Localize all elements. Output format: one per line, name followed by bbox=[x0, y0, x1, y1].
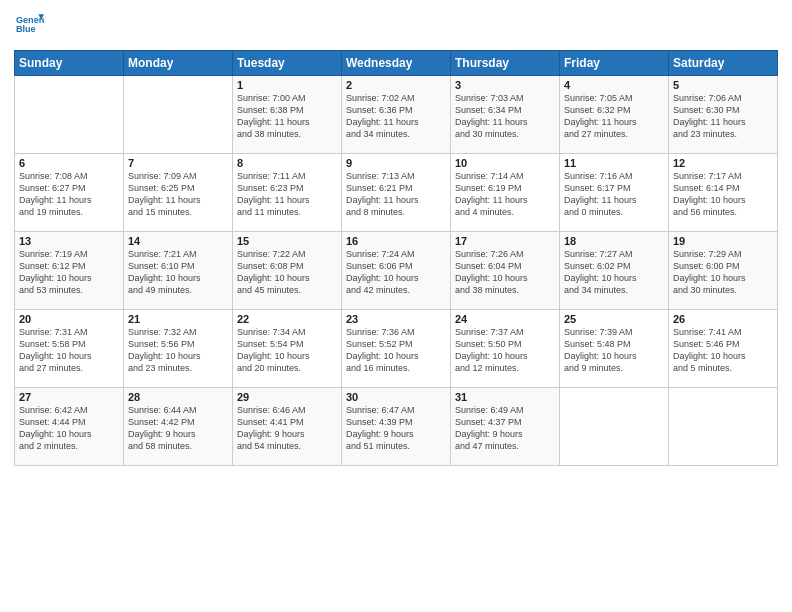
day-details: Sunrise: 7:32 AM Sunset: 5:56 PM Dayligh… bbox=[128, 326, 228, 375]
day-details: Sunrise: 6:47 AM Sunset: 4:39 PM Dayligh… bbox=[346, 404, 446, 453]
page-container: General Blue SundayMondayTuesdayWednesda… bbox=[0, 0, 792, 474]
calendar-body: 1Sunrise: 7:00 AM Sunset: 6:38 PM Daylig… bbox=[15, 76, 778, 466]
day-number: 12 bbox=[673, 157, 773, 169]
calendar-cell: 13Sunrise: 7:19 AM Sunset: 6:12 PM Dayli… bbox=[15, 232, 124, 310]
calendar-header: SundayMondayTuesdayWednesdayThursdayFrid… bbox=[15, 51, 778, 76]
calendar-cell: 23Sunrise: 7:36 AM Sunset: 5:52 PM Dayli… bbox=[342, 310, 451, 388]
day-number: 29 bbox=[237, 391, 337, 403]
day-details: Sunrise: 7:19 AM Sunset: 6:12 PM Dayligh… bbox=[19, 248, 119, 297]
day-number: 17 bbox=[455, 235, 555, 247]
calendar-week-row: 13Sunrise: 7:19 AM Sunset: 6:12 PM Dayli… bbox=[15, 232, 778, 310]
day-details: Sunrise: 7:05 AM Sunset: 6:32 PM Dayligh… bbox=[564, 92, 664, 141]
calendar-week-row: 1Sunrise: 7:00 AM Sunset: 6:38 PM Daylig… bbox=[15, 76, 778, 154]
day-number: 5 bbox=[673, 79, 773, 91]
calendar-cell: 6Sunrise: 7:08 AM Sunset: 6:27 PM Daylig… bbox=[15, 154, 124, 232]
calendar-cell: 26Sunrise: 7:41 AM Sunset: 5:46 PM Dayli… bbox=[669, 310, 778, 388]
calendar-cell bbox=[15, 76, 124, 154]
weekday-header: Thursday bbox=[451, 51, 560, 76]
day-number: 4 bbox=[564, 79, 664, 91]
calendar-cell: 21Sunrise: 7:32 AM Sunset: 5:56 PM Dayli… bbox=[124, 310, 233, 388]
day-number: 13 bbox=[19, 235, 119, 247]
day-details: Sunrise: 7:11 AM Sunset: 6:23 PM Dayligh… bbox=[237, 170, 337, 219]
calendar-cell: 15Sunrise: 7:22 AM Sunset: 6:08 PM Dayli… bbox=[233, 232, 342, 310]
calendar-cell bbox=[560, 388, 669, 466]
day-details: Sunrise: 7:29 AM Sunset: 6:00 PM Dayligh… bbox=[673, 248, 773, 297]
day-number: 22 bbox=[237, 313, 337, 325]
day-details: Sunrise: 7:00 AM Sunset: 6:38 PM Dayligh… bbox=[237, 92, 337, 141]
calendar-week-row: 20Sunrise: 7:31 AM Sunset: 5:58 PM Dayli… bbox=[15, 310, 778, 388]
header-row: SundayMondayTuesdayWednesdayThursdayFrid… bbox=[15, 51, 778, 76]
day-number: 27 bbox=[19, 391, 119, 403]
calendar-cell: 18Sunrise: 7:27 AM Sunset: 6:02 PM Dayli… bbox=[560, 232, 669, 310]
day-number: 1 bbox=[237, 79, 337, 91]
calendar-cell: 16Sunrise: 7:24 AM Sunset: 6:06 PM Dayli… bbox=[342, 232, 451, 310]
day-number: 18 bbox=[564, 235, 664, 247]
day-number: 28 bbox=[128, 391, 228, 403]
day-details: Sunrise: 7:13 AM Sunset: 6:21 PM Dayligh… bbox=[346, 170, 446, 219]
weekday-header: Saturday bbox=[669, 51, 778, 76]
calendar-cell: 4Sunrise: 7:05 AM Sunset: 6:32 PM Daylig… bbox=[560, 76, 669, 154]
day-details: Sunrise: 6:49 AM Sunset: 4:37 PM Dayligh… bbox=[455, 404, 555, 453]
svg-text:Blue: Blue bbox=[16, 24, 36, 34]
calendar-cell: 22Sunrise: 7:34 AM Sunset: 5:54 PM Dayli… bbox=[233, 310, 342, 388]
day-details: Sunrise: 7:27 AM Sunset: 6:02 PM Dayligh… bbox=[564, 248, 664, 297]
logo-icon: General Blue bbox=[16, 10, 44, 38]
calendar-cell: 29Sunrise: 6:46 AM Sunset: 4:41 PM Dayli… bbox=[233, 388, 342, 466]
day-number: 26 bbox=[673, 313, 773, 325]
calendar-cell: 25Sunrise: 7:39 AM Sunset: 5:48 PM Dayli… bbox=[560, 310, 669, 388]
day-number: 20 bbox=[19, 313, 119, 325]
day-details: Sunrise: 7:37 AM Sunset: 5:50 PM Dayligh… bbox=[455, 326, 555, 375]
day-details: Sunrise: 7:39 AM Sunset: 5:48 PM Dayligh… bbox=[564, 326, 664, 375]
weekday-header: Friday bbox=[560, 51, 669, 76]
day-number: 21 bbox=[128, 313, 228, 325]
day-number: 9 bbox=[346, 157, 446, 169]
day-details: Sunrise: 7:41 AM Sunset: 5:46 PM Dayligh… bbox=[673, 326, 773, 375]
calendar-cell: 5Sunrise: 7:06 AM Sunset: 6:30 PM Daylig… bbox=[669, 76, 778, 154]
weekday-header: Wednesday bbox=[342, 51, 451, 76]
day-number: 10 bbox=[455, 157, 555, 169]
day-details: Sunrise: 7:31 AM Sunset: 5:58 PM Dayligh… bbox=[19, 326, 119, 375]
calendar-cell: 10Sunrise: 7:14 AM Sunset: 6:19 PM Dayli… bbox=[451, 154, 560, 232]
day-number: 8 bbox=[237, 157, 337, 169]
weekday-header: Monday bbox=[124, 51, 233, 76]
calendar-cell: 17Sunrise: 7:26 AM Sunset: 6:04 PM Dayli… bbox=[451, 232, 560, 310]
calendar-week-row: 27Sunrise: 6:42 AM Sunset: 4:44 PM Dayli… bbox=[15, 388, 778, 466]
calendar-week-row: 6Sunrise: 7:08 AM Sunset: 6:27 PM Daylig… bbox=[15, 154, 778, 232]
day-details: Sunrise: 7:06 AM Sunset: 6:30 PM Dayligh… bbox=[673, 92, 773, 141]
day-details: Sunrise: 7:02 AM Sunset: 6:36 PM Dayligh… bbox=[346, 92, 446, 141]
calendar-cell: 11Sunrise: 7:16 AM Sunset: 6:17 PM Dayli… bbox=[560, 154, 669, 232]
day-details: Sunrise: 7:24 AM Sunset: 6:06 PM Dayligh… bbox=[346, 248, 446, 297]
day-number: 15 bbox=[237, 235, 337, 247]
calendar-cell: 2Sunrise: 7:02 AM Sunset: 6:36 PM Daylig… bbox=[342, 76, 451, 154]
day-details: Sunrise: 7:16 AM Sunset: 6:17 PM Dayligh… bbox=[564, 170, 664, 219]
weekday-header: Sunday bbox=[15, 51, 124, 76]
calendar-cell: 30Sunrise: 6:47 AM Sunset: 4:39 PM Dayli… bbox=[342, 388, 451, 466]
day-number: 16 bbox=[346, 235, 446, 247]
day-number: 24 bbox=[455, 313, 555, 325]
day-details: Sunrise: 7:26 AM Sunset: 6:04 PM Dayligh… bbox=[455, 248, 555, 297]
day-details: Sunrise: 7:21 AM Sunset: 6:10 PM Dayligh… bbox=[128, 248, 228, 297]
calendar-cell: 14Sunrise: 7:21 AM Sunset: 6:10 PM Dayli… bbox=[124, 232, 233, 310]
day-number: 6 bbox=[19, 157, 119, 169]
day-details: Sunrise: 7:36 AM Sunset: 5:52 PM Dayligh… bbox=[346, 326, 446, 375]
day-number: 3 bbox=[455, 79, 555, 91]
day-number: 2 bbox=[346, 79, 446, 91]
day-number: 23 bbox=[346, 313, 446, 325]
calendar-cell: 8Sunrise: 7:11 AM Sunset: 6:23 PM Daylig… bbox=[233, 154, 342, 232]
day-number: 30 bbox=[346, 391, 446, 403]
day-details: Sunrise: 7:14 AM Sunset: 6:19 PM Dayligh… bbox=[455, 170, 555, 219]
calendar-cell: 7Sunrise: 7:09 AM Sunset: 6:25 PM Daylig… bbox=[124, 154, 233, 232]
day-details: Sunrise: 7:17 AM Sunset: 6:14 PM Dayligh… bbox=[673, 170, 773, 219]
day-number: 19 bbox=[673, 235, 773, 247]
logo: General Blue bbox=[14, 10, 44, 42]
day-details: Sunrise: 7:09 AM Sunset: 6:25 PM Dayligh… bbox=[128, 170, 228, 219]
header: General Blue bbox=[14, 10, 778, 42]
day-details: Sunrise: 6:46 AM Sunset: 4:41 PM Dayligh… bbox=[237, 404, 337, 453]
day-details: Sunrise: 7:34 AM Sunset: 5:54 PM Dayligh… bbox=[237, 326, 337, 375]
calendar-cell: 24Sunrise: 7:37 AM Sunset: 5:50 PM Dayli… bbox=[451, 310, 560, 388]
calendar-cell: 31Sunrise: 6:49 AM Sunset: 4:37 PM Dayli… bbox=[451, 388, 560, 466]
calendar-cell: 1Sunrise: 7:00 AM Sunset: 6:38 PM Daylig… bbox=[233, 76, 342, 154]
day-number: 11 bbox=[564, 157, 664, 169]
weekday-header: Tuesday bbox=[233, 51, 342, 76]
calendar-cell: 3Sunrise: 7:03 AM Sunset: 6:34 PM Daylig… bbox=[451, 76, 560, 154]
